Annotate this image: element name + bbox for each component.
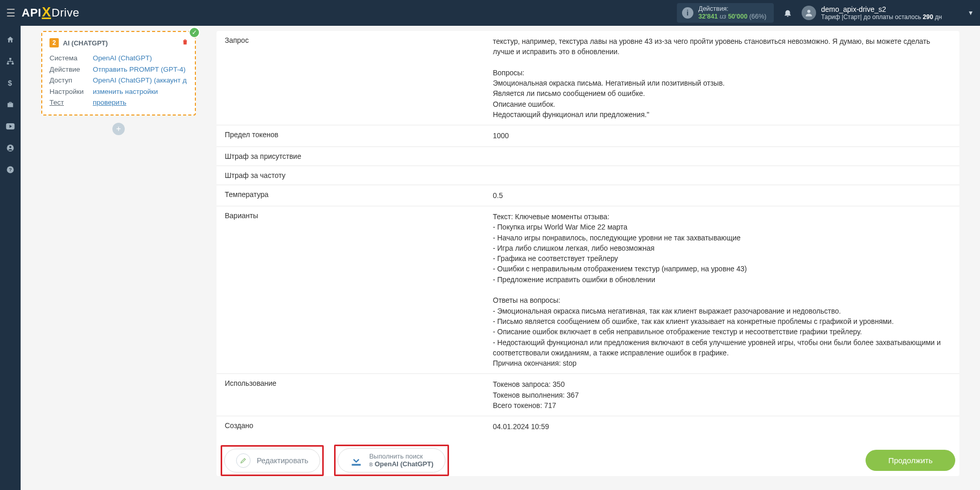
top-bar: ☰ APIXDrive i Действия: 32'841 из 50'000… (0, 0, 980, 26)
logo-part1: API (22, 6, 41, 20)
nav-youtube-icon[interactable] (0, 117, 21, 136)
svg-text:$: $ (8, 79, 12, 87)
svg-point-0 (807, 10, 810, 13)
svg-rect-3 (12, 63, 14, 64)
nav-sitemap-icon[interactable] (0, 52, 21, 71)
step-card[interactable]: ✓ 2 AI (CHATGPT) СистемаOpenAI (ChatGPT)… (41, 31, 196, 116)
search-button[interactable]: Выполнить поиск в OpenAI (ChatGPT) (338, 448, 445, 473)
avatar-icon (802, 6, 816, 20)
row-presence-value (493, 152, 951, 160)
chevron-down-icon: ▼ (968, 9, 974, 17)
actions-of: из (720, 13, 726, 20)
actions-total: 50'000 (728, 13, 748, 20)
label-system: Система (49, 53, 93, 64)
row-usage-value: Токенов запроса: 350 Токенов выполнения:… (493, 379, 951, 411)
row-temperature-value: 0.5 (493, 190, 951, 201)
steps-column: ✓ 2 AI (CHATGPT) СистемаOpenAI (ChatGPT)… (41, 31, 196, 135)
user-meta: demo_apix-drive_s2 Тариф |Старт| до опла… (821, 5, 942, 21)
user-menu[interactable]: demo_apix-drive_s2 Тариф |Старт| до опла… (802, 5, 974, 21)
step-number: 2 (49, 38, 59, 47)
highlight-box-edit: Редактировать (221, 445, 324, 476)
logo-part2: X (42, 7, 51, 19)
step-card-header: 2 AI (CHATGPT) (49, 38, 188, 47)
row-usage-key: Использование (225, 379, 493, 411)
continue-button[interactable]: Продолжить (866, 450, 955, 471)
row-created-value: 04.01.2024 10:59 (493, 421, 951, 432)
check-icon: ✓ (189, 27, 200, 38)
value-system[interactable]: OpenAI (ChatGPT) (93, 53, 188, 64)
logo-part3: Drive (52, 6, 79, 20)
actions-pct: (66%) (749, 13, 766, 20)
value-settings[interactable]: изменить настройки (93, 86, 188, 97)
step-title: AI (CHATGPT) (63, 39, 108, 47)
edit-button-label: Редактировать (257, 456, 308, 465)
logo[interactable]: APIXDrive (22, 6, 79, 20)
actions-label: Действия: (699, 5, 767, 13)
svg-rect-2 (7, 63, 9, 64)
label-settings: Настройки (49, 86, 93, 97)
row-frequency-value (493, 171, 951, 179)
row-presence-key: Штраф за присутствие (225, 152, 493, 160)
row-request-value: текстур, например, текстура лавы на уров… (493, 36, 951, 120)
pencil-icon (236, 453, 251, 468)
svg-rect-1 (9, 58, 11, 59)
value-access[interactable]: OpenAI (ChatGPT) (аккаунт д (93, 75, 188, 86)
user-name: demo_apix-drive_s2 (821, 5, 942, 13)
row-tokenlimit-key: Предел токенов (225, 130, 493, 141)
label-test: Тест (49, 97, 93, 108)
download-icon (350, 454, 363, 467)
row-created-key: Создано (225, 421, 493, 432)
svg-text:?: ? (9, 167, 12, 172)
edit-button[interactable]: Редактировать (224, 449, 320, 472)
notifications-icon[interactable] (783, 8, 792, 18)
row-variants-value: Текст: Ключевые моменты отзыва: - Покупк… (493, 211, 951, 368)
svg-point-7 (9, 146, 11, 148)
value-action[interactable]: Отправить PROMPT (GPT-4) (93, 64, 188, 75)
info-icon: i (682, 7, 693, 19)
details-panel: Запростекстур, например, текстура лавы н… (217, 31, 959, 476)
actions-used: 32'841 (699, 13, 718, 20)
label-access: Доступ (49, 75, 93, 86)
delete-step-button[interactable] (181, 38, 189, 45)
label-action: Действие (49, 64, 93, 75)
nav-account-icon[interactable] (0, 138, 21, 158)
row-request-key: Запрос (225, 36, 493, 120)
add-step-button[interactable]: + (112, 123, 125, 135)
actions-meta: Действия: 32'841 из 50'000 (66%) (699, 5, 767, 21)
user-plan: Тариф |Старт| до оплаты осталось 290 дн (821, 13, 942, 21)
nav-home-icon[interactable] (0, 30, 21, 50)
highlight-box-search: Выполнить поиск в OpenAI (ChatGPT) (334, 445, 449, 477)
nav-briefcase-icon[interactable] (0, 95, 21, 115)
main-content: ✓ 2 AI (CHATGPT) СистемаOpenAI (ChatGPT)… (21, 26, 980, 490)
nav-billing-icon[interactable]: $ (0, 73, 21, 93)
row-variants-key: Варианты (225, 211, 493, 368)
row-tokenlimit-value: 1000 (493, 130, 951, 141)
footer-actions: Редактировать Выполнить поиск в OpenAI (221, 437, 955, 477)
side-rail: $ ? (0, 26, 21, 490)
nav-help-icon[interactable]: ? (0, 160, 21, 179)
actions-counter[interactable]: i Действия: 32'841 из 50'000 (66%) (677, 3, 774, 23)
row-frequency-key: Штраф за частоту (225, 171, 493, 179)
menu-toggle[interactable]: ☰ (6, 7, 15, 19)
value-test[interactable]: проверить (93, 97, 188, 108)
row-temperature-key: Температура (225, 190, 493, 201)
search-button-label: Выполнить поиск в OpenAI (ChatGPT) (369, 453, 434, 468)
